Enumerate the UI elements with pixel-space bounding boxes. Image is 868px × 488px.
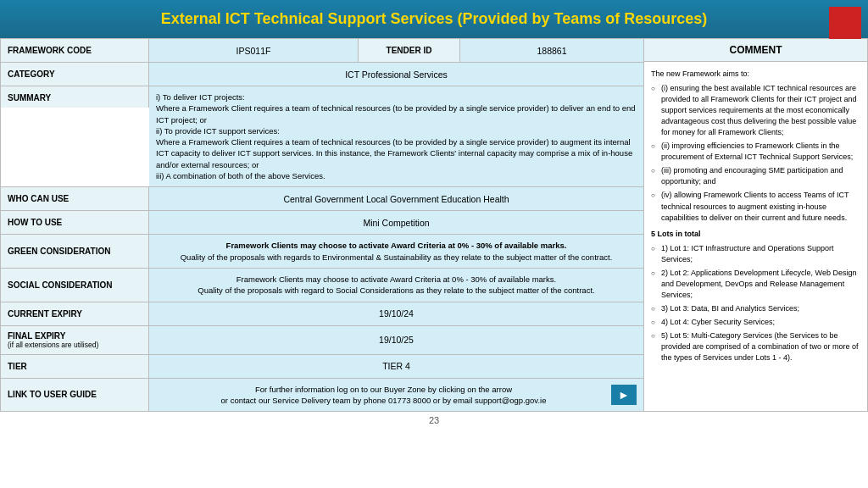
- comment-body: The new Framework aims to: (i) ensuring …: [644, 62, 867, 373]
- lot-1: 1) Lot 1: ICT Infrastructure and Operati…: [651, 243, 860, 265]
- lot-5: 5) Lot 5: Multi-Category Services (the S…: [651, 330, 860, 363]
- final-expiry-value: 19/10/25: [149, 326, 643, 354]
- comment-header: COMMENT: [644, 39, 867, 62]
- summary-row: SUMMARY i) To deliver ICT projects: Wher…: [1, 86, 643, 187]
- lots-list: 1) Lot 1: ICT Infrastructure and Operati…: [651, 243, 860, 363]
- final-expiry-row: FINAL EXPIRY (if all extensions are util…: [1, 326, 643, 355]
- category-value: ICT Professional Services: [149, 63, 643, 86]
- tender-id-label: TENDER ID: [359, 39, 460, 62]
- comment-bullet-3: (iii) promoting and encouraging SME part…: [651, 165, 860, 187]
- comment-bullet-2: (ii) improving efficiencies to Framework…: [651, 141, 860, 163]
- lot-3: 3) Lot 3: Data, BI and Analytics Service…: [651, 303, 860, 314]
- link-user-guide-label: LINK TO USER GUIDE: [1, 379, 149, 412]
- tender-id-value: 188861: [460, 39, 643, 62]
- tier-value: TIER 4: [149, 355, 643, 378]
- who-can-use-label: WHO CAN USE: [1, 187, 149, 210]
- who-can-use-row: WHO CAN USE Central Government Local Gov…: [1, 187, 643, 211]
- comment-section: COMMENT The new Framework aims to: (i) e…: [644, 38, 868, 412]
- page-number: 23: [0, 412, 868, 429]
- final-expiry-label: FINAL EXPIRY (if all extensions are util…: [1, 326, 149, 354]
- how-to-use-row: HOW TO USE Mini Competition: [1, 211, 643, 235]
- current-expiry-row: CURRENT EXPIRY 19/10/24: [1, 302, 643, 326]
- comment-bullet-4: (iv) allowing Framework Clients to acces…: [651, 190, 860, 223]
- framework-code-value: IPS011F: [149, 39, 359, 62]
- social-consideration-row: SOCIAL CONSIDERATION Framework Clients m…: [1, 269, 643, 302]
- header-title: External ICT Technical Support Services …: [161, 10, 708, 27]
- tier-row: TIER TIER 4: [1, 355, 643, 379]
- social-consideration-value: Framework Clients may choose to activate…: [149, 269, 643, 302]
- page-header: External ICT Technical Support Services …: [0, 0, 868, 38]
- category-row: CATEGORY ICT Professional Services: [1, 63, 643, 86]
- main-layout: FRAMEWORK CODE IPS011F TENDER ID 188861 …: [0, 38, 868, 412]
- header-red-box: [829, 7, 861, 39]
- comment-intro: The new Framework aims to:: [651, 69, 860, 80]
- summary-text: i) To deliver ICT projects: Where a Fram…: [156, 92, 637, 181]
- who-can-use-value: Central Government Local Government Educ…: [149, 187, 643, 210]
- how-to-use-value: Mini Competition: [149, 211, 643, 234]
- current-expiry-value: 19/10/24: [149, 302, 643, 325]
- link-user-guide-value: For further information log on to our Bu…: [149, 379, 643, 412]
- summary-label: SUMMARY: [1, 86, 149, 108]
- link-user-guide-row: LINK TO USER GUIDE For further informati…: [1, 379, 643, 412]
- green-consideration-row: GREEN CONSIDERATION Framework Clients ma…: [1, 235, 643, 269]
- user-guide-arrow-button[interactable]: ►: [611, 385, 637, 405]
- lot-4: 4) Lot 4: Cyber Security Services;: [651, 317, 860, 328]
- comment-bullet-1: (i) ensuring the best available ICT tech…: [651, 83, 860, 138]
- comment-bullets-list: (i) ensuring the best available ICT tech…: [651, 83, 860, 224]
- how-to-use-label: HOW TO USE: [1, 211, 149, 234]
- tier-label: TIER: [1, 355, 149, 378]
- framework-row: FRAMEWORK CODE IPS011F TENDER ID 188861: [1, 39, 643, 63]
- category-label: CATEGORY: [1, 63, 149, 86]
- current-expiry-label: CURRENT EXPIRY: [1, 302, 149, 325]
- summary-value: i) To deliver ICT projects: Where a Fram…: [149, 86, 643, 186]
- green-consideration-value: Framework Clients may choose to activate…: [149, 235, 643, 268]
- lot-2: 2) Lot 2: Applications Development Lifec…: [651, 268, 860, 301]
- social-consideration-label: SOCIAL CONSIDERATION: [1, 269, 149, 302]
- green-consideration-label: GREEN CONSIDERATION: [1, 235, 149, 268]
- left-section: FRAMEWORK CODE IPS011F TENDER ID 188861 …: [0, 38, 644, 412]
- framework-code-label: FRAMEWORK CODE: [1, 39, 149, 62]
- lots-total: 5 Lots in total: [651, 229, 860, 240]
